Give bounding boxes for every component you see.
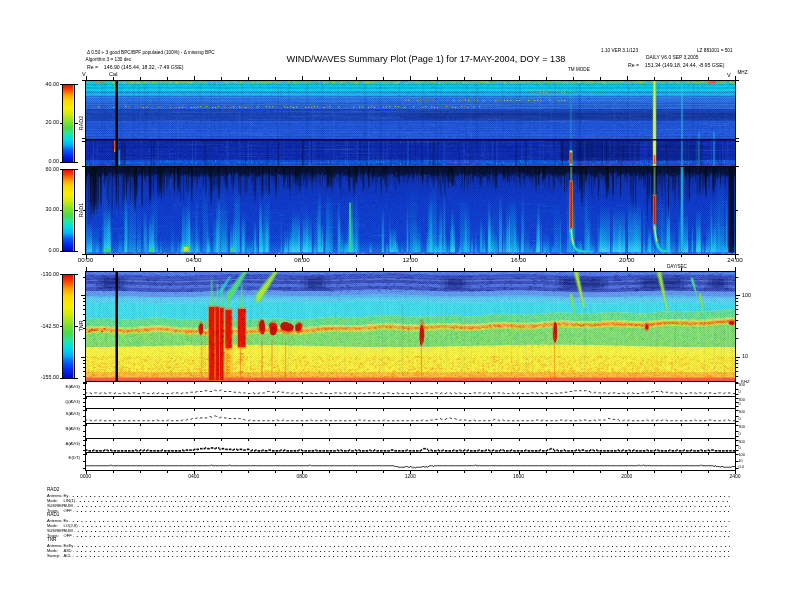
- legend-dotted-leader: [73, 533, 730, 538]
- lower-axis-time-label: 2400: [729, 474, 740, 479]
- strip-axis-label: 0: [739, 447, 741, 451]
- header-daily-version: DAILY V6.0 SEP 3,2005: [646, 56, 698, 61]
- strip-axis-label: 0: [739, 433, 741, 437]
- lower-axis-time-label: 1200: [405, 474, 416, 479]
- receiver-name-label: RAD1: [79, 203, 84, 217]
- upper-axis-time-label: 00:00: [78, 257, 93, 263]
- legend-dotted-leader: [73, 508, 730, 513]
- lower-axis-time-label: 0000: [80, 474, 91, 479]
- header-algorithm-note: Algorithm 3 = 130 dec: [86, 58, 132, 63]
- colorbar-db-label: 0.00: [39, 159, 59, 164]
- strip-name-label: S(AVG): [44, 412, 80, 416]
- strip-axis-label: 0.0: [739, 466, 744, 470]
- v-marker: V: [82, 72, 86, 78]
- colorbar-db-label: -130.00: [39, 272, 59, 277]
- day-sec-label: DAY/SEC: [667, 265, 687, 270]
- legend-row: Triggs:OFF: [47, 508, 730, 513]
- strip-axis-label: 300: [739, 411, 745, 415]
- strip-name-label: A(AVG): [44, 442, 80, 446]
- cal-marker: Cal: [109, 72, 117, 78]
- strip-axis-label: 300: [739, 441, 745, 445]
- lower-axis-time-label: 2000: [621, 474, 632, 479]
- strip-axis-label: 300: [739, 384, 745, 388]
- lower-axis-time-label: 0800: [296, 474, 307, 479]
- colorbar-db-label: 30.00: [39, 207, 59, 212]
- upper-axis-time-label: 16:00: [511, 257, 526, 263]
- receiver-name-label: TNR: [79, 321, 84, 332]
- upper-axis-time-label: 20:00: [619, 257, 634, 263]
- legend-key: Sweep:: [47, 553, 64, 558]
- colorbar-db-label: -155.00: [39, 375, 59, 380]
- strip-axis-label: 0: [739, 391, 741, 395]
- receiver-name-label: RAD2: [79, 116, 84, 130]
- strip-axis-label: 300: [739, 426, 745, 430]
- mhz-unit-label: MHZ: [738, 71, 748, 76]
- upper-axis-time-label: 04:00: [186, 257, 201, 263]
- lower-axis-time-label: 0400: [188, 474, 199, 479]
- legend-group-header: RAD1: [47, 513, 59, 518]
- tnr-freq-tick-label: 10: [742, 354, 748, 359]
- header-position-start: Re = 146.90 (145.44, 18.32, -7.49 GSE): [87, 65, 183, 70]
- v-marker-right: V: [727, 73, 731, 79]
- strip-axis-label: 10: [739, 460, 743, 464]
- strip-name-label: B(AVG): [44, 427, 80, 431]
- colorbar-db-label: 40.00: [39, 82, 59, 87]
- strip-name-label: Q(AVG): [44, 400, 80, 404]
- upper-axis-time-label: 12:00: [403, 257, 418, 263]
- strip-name-label: E(AVG): [44, 385, 80, 389]
- strip-name-label: E(DT): [44, 456, 80, 460]
- header-lz-note: LZ 881001 = 501: [697, 49, 733, 54]
- tm-mode-label: TM MODE: [568, 68, 590, 73]
- upper-axis-time-label: 08:00: [294, 257, 309, 263]
- header-position-end: Re = 151.34 (149.18, 24.44, -8.95 GSE): [628, 63, 724, 68]
- header-version: 1.10 VER 3.1/123: [601, 49, 638, 54]
- colorbar-db-label: 0.00: [39, 248, 59, 253]
- legend-group-header: TNR: [47, 538, 56, 543]
- legend-dotted-leader: [73, 553, 730, 558]
- colorbar-db-label: 60.00: [39, 167, 59, 172]
- strip-axis-label: 0: [739, 418, 741, 422]
- header-processing-note: Δ 0.50 ÷ 3 good BPC/BPF populated (100%)…: [87, 51, 215, 56]
- legend-row: Sweep:ACL: [47, 553, 730, 558]
- colorbar-db-label: 20.00: [39, 120, 59, 125]
- legend-value: ACL: [64, 553, 73, 558]
- strip-axis-label: 0: [739, 403, 741, 407]
- legend-value: OFF: [64, 533, 73, 538]
- colorbar-db-label: -142.50: [39, 324, 59, 329]
- legend-row: Triggs:OFF: [47, 533, 730, 538]
- tnr-freq-tick-label: 100: [742, 293, 751, 298]
- legend-group-header: RAD2: [47, 488, 59, 493]
- legend-value: OFF: [64, 508, 73, 513]
- lower-axis-time-label: 1600: [513, 474, 524, 479]
- upper-axis-time-label: 24:00: [727, 257, 742, 263]
- waves-summary-figure: Δ 0.50 ÷ 3 good BPC/BPF populated (100%)…: [0, 0, 792, 612]
- strip-axis-label: 100: [739, 454, 745, 458]
- page-title: WIND/WAVES Summary Plot (Page 1) for 17-…: [287, 55, 566, 64]
